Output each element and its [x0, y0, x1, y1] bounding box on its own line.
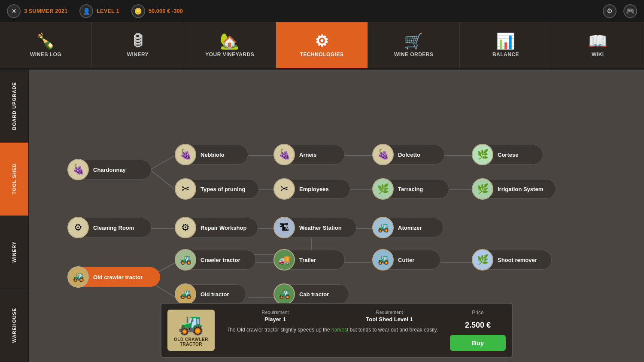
shoot-remover-label: Shoot remover	[493, 257, 543, 263]
weather-station-icon: 🏗	[273, 217, 295, 238]
req1-value: Player 1	[222, 316, 329, 322]
settings-icon[interactable]: ⚙	[603, 4, 617, 18]
sidebar: BOARD UPGRADE TOOL SHED WINERY WAREHOUSE	[0, 70, 29, 362]
node-terracing[interactable]: 🌿 Terracing	[373, 179, 449, 199]
node-types-pruning[interactable]: ✂ Types of pruning	[175, 179, 259, 199]
season-icon: ☀	[7, 4, 21, 18]
nav-wiki-label: WIKI	[592, 52, 604, 58]
node-nebbiolo[interactable]: 🍇 Nebbiolo	[175, 145, 248, 164]
detail-price: Price 2.500 € Buy	[450, 310, 506, 351]
detail-description: The Old crawler tractor slightly speeds …	[222, 326, 443, 334]
node-cortese[interactable]: 🌿 Cortese	[472, 145, 543, 164]
sidebar-tool-shed-label: TOOL SHED	[12, 163, 17, 195]
node-trailer[interactable]: 🚚 Trailer	[274, 250, 345, 270]
node-employees[interactable]: ✂ Employees	[274, 179, 350, 199]
main-content: BOARD UPGRADE TOOL SHED WINERY WAREHOUSE	[0, 70, 644, 362]
employees-label: Employees	[295, 186, 335, 192]
vineyards-icon: 🏡	[220, 33, 240, 49]
atomizer-icon: 🚜	[372, 217, 394, 238]
sidebar-winery[interactable]: WINERY	[0, 216, 28, 289]
crawler-tractor-icon: 🚜	[175, 249, 196, 271]
season-label: 3 SUMMER 2021	[24, 8, 67, 14]
node-chardonnay[interactable]: 🍇 Chardonnay	[68, 160, 152, 179]
sidebar-warehouse-label: WAREHOUSE	[12, 308, 17, 343]
irrigation-label: Irrigation System	[493, 186, 549, 192]
buy-button[interactable]: Buy	[450, 335, 506, 351]
nav-technologies-label: TECHNOLOGIES	[300, 52, 343, 58]
level-label: LEVEL 1	[97, 8, 119, 14]
dolcetto-icon: 🍇	[372, 144, 394, 165]
cleaning-room-icon: ⚙	[67, 217, 89, 238]
node-old-crawler[interactable]: 🚜 Old crawler tractor	[68, 267, 160, 287]
node-crawler-tractor[interactable]: 🚜 Crawler tractor	[175, 250, 256, 270]
arneis-icon: 🍇	[273, 144, 295, 165]
detail-req-1: Requirement Player 1	[222, 310, 329, 322]
svg-line-0	[150, 155, 175, 170]
crawler-tractor-label: Crawler tractor	[196, 257, 246, 263]
balance-info[interactable]: 🪙 50.000 € -300	[131, 4, 183, 18]
weather-station-label: Weather Station	[295, 225, 348, 231]
nav-wine-orders[interactable]: 🛒 WINE ORDERS	[368, 22, 460, 68]
old-tractor-icon: 🚜	[175, 283, 196, 305]
nav-technologies[interactable]: ⚙ TECHNOLOGIES	[276, 22, 368, 68]
atomizer-label: Atomizer	[394, 225, 428, 231]
price-value: 2.500 €	[465, 321, 491, 330]
cutter-label: Cutter	[394, 257, 420, 263]
sidebar-tool-shed[interactable]: TOOL SHED	[0, 143, 28, 216]
nebbiolo-icon: 🍇	[175, 144, 196, 165]
harvest-highlight: harvest	[331, 327, 348, 333]
node-arneis[interactable]: 🍇 Arneis	[274, 145, 345, 164]
node-dolcetto[interactable]: 🍇 Dolcetto	[373, 145, 445, 164]
nav-wines-log[interactable]: 🍾 WINES LOG	[0, 22, 92, 68]
level-info[interactable]: 👤 LEVEL 1	[79, 4, 119, 18]
nav-winery[interactable]: 🛢 WINERY	[92, 22, 184, 68]
detail-panel: 🚜 OLD CRAWLER TRACTOR Requirement Player…	[161, 303, 513, 358]
cortese-icon: 🌿	[472, 144, 493, 165]
nav-wines-log-label: WINES LOG	[30, 52, 61, 58]
node-shoot-remover[interactable]: 🌿 Shoot remover	[472, 250, 552, 270]
pruning-label: Types of pruning	[196, 186, 251, 192]
season-info[interactable]: ☀ 3 SUMMER 2021	[7, 4, 67, 18]
detail-req-2: Requirement Tool Shed Level 1	[336, 310, 443, 322]
nav-wiki[interactable]: 📖 WIKI	[552, 22, 644, 68]
employees-icon: ✂	[273, 178, 295, 200]
nav-balance[interactable]: 📊 BALANCE	[460, 22, 552, 68]
cutter-icon: 🚜	[372, 249, 394, 271]
node-cutter[interactable]: 🚜 Cutter	[373, 250, 440, 270]
node-weather-station[interactable]: 🏗 Weather Station	[274, 218, 357, 237]
node-old-tractor[interactable]: 🚜 Old tractor	[175, 284, 246, 304]
irrigation-icon: 🌿	[472, 178, 493, 200]
cleaning-room-label: Cleaning Room	[89, 225, 140, 231]
terracing-label: Terracing	[394, 186, 429, 192]
sidebar-warehouse[interactable]: WAREHOUSE	[0, 289, 28, 362]
tech-area: 🍇 Chardonnay 🍇 Nebbiolo 🍇 Arneis 🍇 Dolce…	[29, 70, 644, 362]
balance-label: 50.000 € -300	[149, 8, 183, 14]
req2-label: Requirement	[336, 310, 443, 315]
detail-item-label: OLD CRAWLER TRACTOR	[171, 337, 211, 347]
controller-icon[interactable]: 🎮	[623, 4, 637, 18]
old-crawler-icon: 🚜	[67, 266, 89, 288]
pruning-icon: ✂	[175, 178, 196, 200]
detail-item-icon: 🚜	[178, 314, 204, 335]
detail-image: 🚜 OLD CRAWLER TRACTOR	[167, 310, 215, 351]
node-cleaning-room[interactable]: ⚙ Cleaning Room	[68, 218, 152, 237]
balance-icon: 📊	[496, 33, 516, 49]
wine-orders-icon: 🛒	[404, 33, 424, 49]
node-cab-tractor[interactable]: 🚜 Cab tractor	[274, 284, 349, 304]
wiki-icon: 📖	[588, 33, 608, 49]
nav-winery-label: WINERY	[127, 52, 149, 58]
sidebar-board-upgrade[interactable]: BOARD UPGRADE	[0, 70, 28, 143]
wines-log-icon: 🍾	[36, 33, 56, 49]
sidebar-board-upgrade-label: BOARD UPGRADE	[12, 82, 17, 130]
cortese-label: Cortese	[493, 152, 524, 158]
req2-value: Tool Shed Level 1	[336, 316, 443, 322]
node-irrigation[interactable]: 🌿 Irrigation System	[472, 179, 556, 199]
trailer-icon: 🚚	[273, 249, 295, 271]
node-atomizer[interactable]: 🚜 Atomizer	[373, 218, 444, 237]
repair-workshop-icon: ⚙	[175, 217, 196, 238]
nav-vineyards[interactable]: 🏡 YOUR VINEYARDS	[184, 22, 276, 68]
price-label: Price	[472, 310, 483, 316]
nav-bar: 🍾 WINES LOG 🛢 WINERY 🏡 YOUR VINEYARDS ⚙ …	[0, 22, 644, 70]
cab-tractor-icon: 🚜	[273, 283, 295, 305]
node-repair-workshop[interactable]: ⚙ Repair Workshop	[175, 218, 258, 237]
